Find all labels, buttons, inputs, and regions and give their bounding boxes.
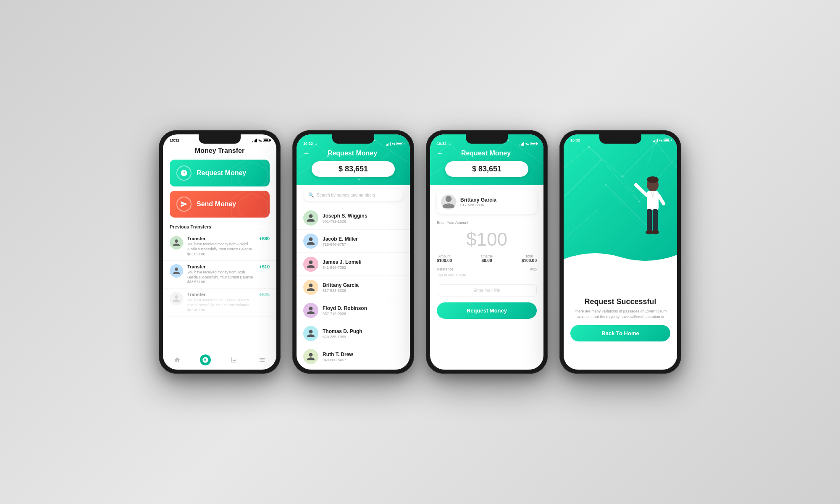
fee-total-value: $100.00 [522,258,537,263]
contact-item-4[interactable]: Floyd D. Robinson 937-719-9926 [297,299,410,322]
battery-icon-3 [530,142,537,145]
svg-line-35 [564,210,597,239]
recipient-info: Brittany Garcia 517-528-6306 [460,197,496,207]
send-money-button[interactable]: Send Money [170,191,270,218]
svg-rect-51 [653,209,658,232]
svg-rect-47 [647,191,659,210]
success-title: Request Successful [570,297,670,306]
svg-rect-50 [647,209,652,232]
fee-row: Amount $100.00 Charge $0.00 Total $100.0… [430,252,543,265]
send-svg-icon [180,200,188,208]
transfer-avatar-1 [170,264,183,278]
request-money-button-3[interactable]: Request Money [437,302,537,319]
svg-line-9 [297,156,328,176]
chart-icon [228,354,239,365]
screen4-bottom: Request Successful There are many variat… [564,269,677,370]
screen1-header: Money Transfer [163,144,276,160]
reference-label: Reference [437,267,453,271]
svg-point-40 [622,176,624,178]
time-4: 10:32 [570,138,580,142]
battery-icon-2 [396,142,403,145]
transfer-amount-0: +$80 [259,236,270,241]
enter-amount-label: Enter Your Amount [437,220,537,225]
recipient-card: Brittany Garcia 517-528-6306 [437,190,537,214]
send-icon [176,197,192,212]
contact-avatar-6 [303,349,318,364]
svg-point-13 [343,167,344,168]
contacts-list: Joseph S. Wiggins 651-792-1528 Jacob E. … [297,205,410,370]
svg-line-17 [430,144,450,160]
btn-pattern-send [228,191,270,218]
svg-line-29 [656,143,677,168]
previous-transfers-label: Previous Transfers [163,222,276,233]
request-money-button[interactable]: Request Money [170,160,270,186]
reference-count: 0/25 [530,267,537,271]
reference-header: Reference 0/25 [437,267,537,271]
transfer-item-0: Transfer You have received money from Ab… [163,233,276,261]
svg-line-19 [477,140,508,168]
contact-avatar-2 [303,257,318,272]
svg-line-7 [344,140,375,168]
wifi-icon-1: ▾▴ [258,139,262,142]
pin-input[interactable]: Enter Your Pin [437,284,537,297]
menu-icon [257,354,268,365]
contact-info-4: Floyd D. Robinson 937-719-9926 [323,305,403,316]
svg-line-28 [622,143,656,176]
phones-container: 10:32 ▾▴ Money Transfer [159,130,681,374]
pin-placeholder: Enter Your Pin [473,288,500,293]
transfer-item-1: Transfer You have received money from Jo… [163,261,276,289]
back-to-home-button[interactable]: Back To Home [570,325,670,341]
search-bar[interactable]: 🔍 Search by names and numbers [303,189,403,201]
svg-line-21 [430,156,461,176]
contact-item-3[interactable]: Brittany Garcia 517-528-6306 [297,276,410,299]
request-svg-icon [180,169,188,177]
phone-1: 10:32 ▾▴ Money Transfer [159,130,281,374]
recipient-avatar [441,194,456,210]
notch-1 [199,134,241,144]
screen-2: 10:32 ▾▴ ← Request Money [297,134,410,370]
nav-chart[interactable] [228,354,239,365]
contact-info-1: Jacob E. Miller 716-646-8757 [323,236,403,247]
transfer-info-2: Transfer You have received money from Je… [187,292,255,313]
fee-charge-label: Charge [481,254,493,258]
screen-1: 10:32 ▾▴ Money Transfer [163,134,276,370]
contact-item-0[interactable]: Joseph S. Wiggins 651-792-1528 [297,207,410,230]
svg-line-6 [316,144,344,168]
transfer-avatar-2 [170,292,183,305]
phone-3: 10:32 ▾▴ ← Request Money [426,130,548,374]
svg-line-38 [648,143,656,164]
person-illustration [627,172,669,256]
svg-line-11 [359,152,390,179]
reference-input[interactable]: Tap to add a note [437,273,537,279]
svg-marker-2 [236,160,270,186]
svg-point-39 [588,146,590,148]
nav-home[interactable] [172,354,183,365]
nav-menu[interactable] [257,354,268,365]
contact-info-3: Brittany Garcia 517-528-6306 [323,282,403,293]
fee-amount-label: Amount [437,254,452,258]
contact-info-5: Thomas D. Pugh 620-285-1959 [323,328,403,339]
battery-icon-4 [664,139,670,142]
request-btn-label-3: Request Money [467,307,507,314]
contact-info-6: Ruth T. Drew 949-600-8457 [323,352,403,362]
wave-svg [564,249,677,269]
contact-avatar-3 [303,280,318,295]
screen-3: 10:32 ▾▴ ← Request Money [430,134,543,370]
notch-4 [599,134,641,144]
nav-transfer[interactable] [200,354,211,365]
contact-item-6[interactable]: Ruth T. Drew 949-600-8457 [297,345,410,368]
contact-item-5[interactable]: Thomas D. Pugh 620-285-1959 [297,322,410,345]
transfer-icon [200,354,211,365]
notch-2 [332,134,374,144]
svg-line-36 [589,147,601,160]
btn-pattern-request [228,160,270,186]
bottom-nav [163,351,276,370]
reference-section: Reference 0/25 Tap to add a note [430,265,543,282]
svg-marker-1 [238,162,268,186]
contact-item-1[interactable]: Jacob E. Miller 716-646-8757 [297,230,410,253]
svg-line-27 [589,147,622,176]
fee-col-total: Total $100.00 [522,254,537,263]
status-icons-4: ▾▴ [653,139,670,142]
contact-item-2[interactable]: James J. Lomeli 541-549-7092 [297,253,410,276]
request-icon [176,165,192,181]
